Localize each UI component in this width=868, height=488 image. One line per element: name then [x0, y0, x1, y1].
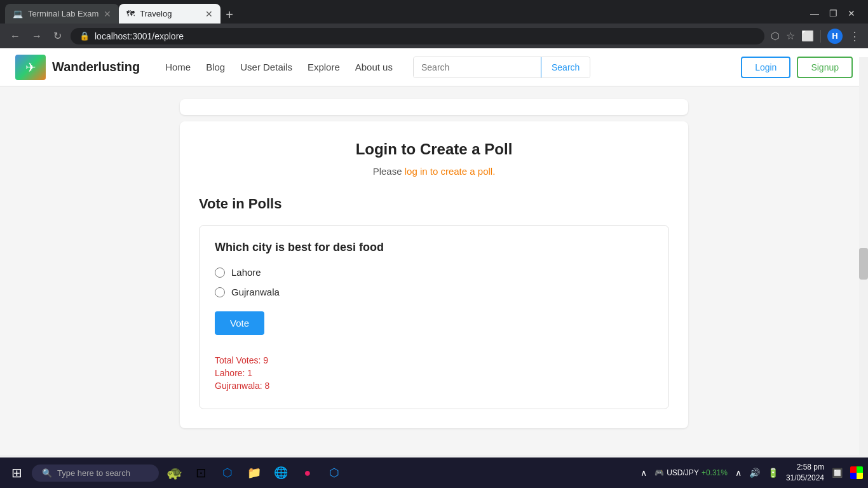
- poll-section: Login to Create a Poll Please log in to …: [180, 121, 688, 428]
- webpage-content: Wanderlusting Home Blog User Details Exp…: [0, 48, 868, 455]
- tab-travelog[interactable]: 🗺 Travelog ✕: [119, 4, 220, 24]
- scrollbar-track[interactable]: [859, 57, 868, 455]
- forward-button[interactable]: →: [29, 28, 44, 44]
- login-to-poll: Login to Create a Poll Please log in to …: [199, 140, 669, 177]
- search-container: Search: [413, 57, 590, 78]
- nav-auth: Login Signup: [741, 57, 853, 78]
- brand-name: Wanderlusting: [52, 60, 140, 74]
- cast-button[interactable]: ⬡: [771, 30, 780, 42]
- extensions-button[interactable]: ⬜: [801, 30, 814, 42]
- minimize-button[interactable]: —: [810, 8, 819, 18]
- login-poll-title: Login to Create a Poll: [199, 140, 669, 158]
- nav-links: Home Blog User Details Explore About us …: [165, 57, 728, 78]
- navbar: Wanderlusting Home Blog User Details Exp…: [0, 48, 868, 86]
- profile-avatar[interactable]: H: [827, 29, 843, 44]
- search-input[interactable]: [414, 57, 541, 78]
- close-button[interactable]: ✕: [848, 8, 855, 18]
- signup-button[interactable]: Signup: [797, 57, 853, 78]
- tab-close-travelog[interactable]: ✕: [205, 10, 213, 18]
- back-button[interactable]: ←: [8, 28, 23, 44]
- poll-option-gujranwala: Gujranwala: [215, 287, 653, 297]
- nav-user-details[interactable]: User Details: [240, 62, 292, 72]
- poll-question: Which city is best for desi food: [215, 241, 653, 254]
- poll-option-label-lahore[interactable]: Lahore: [231, 267, 261, 278]
- tab-favicon-terminal: 💻: [13, 9, 23, 18]
- nav-home[interactable]: Home: [165, 62, 191, 72]
- lock-icon: 🔒: [79, 31, 90, 41]
- poll-option-label-gujranwala[interactable]: Gujranwala: [231, 287, 280, 297]
- poll-stats: Total Votes: 9 Lahore: 1 Gujranwala: 8: [215, 355, 653, 391]
- search-button[interactable]: Search: [541, 57, 590, 78]
- poll-option-lahore: Lahore: [215, 267, 653, 278]
- vote-button[interactable]: Vote: [215, 311, 264, 335]
- poll-card: Which city is best for desi food Lahore …: [199, 225, 669, 409]
- tab-close-terminal[interactable]: ✕: [104, 10, 111, 18]
- maximize-button[interactable]: ❐: [829, 8, 837, 18]
- nav-explore[interactable]: Explore: [308, 62, 340, 72]
- address-text: localhost:3001/explore: [95, 31, 184, 41]
- poll-stat-lahore: Lahore: 1: [215, 368, 653, 378]
- main-content: Login to Create a Poll Please log in to …: [0, 86, 868, 455]
- tab-title-terminal: Terminal Lab Exam: [28, 9, 98, 18]
- nav-about-us[interactable]: About us: [355, 62, 393, 72]
- brand-logo: [15, 55, 46, 80]
- scrollbar-thumb[interactable]: [859, 248, 868, 280]
- address-bar: ← → ↻ 🔒 localhost:3001/explore ⬡ ☆ ⬜ H ⋮: [0, 24, 868, 48]
- browser-chrome: 💻 Terminal Lab Exam ✕ 🗺 Travelog ✕ + — ❐…: [0, 0, 868, 48]
- tab-terminal[interactable]: 💻 Terminal Lab Exam ✕: [5, 4, 119, 24]
- new-tab-button[interactable]: +: [220, 6, 238, 24]
- top-card-remnant: [180, 99, 688, 115]
- bookmark-button[interactable]: ☆: [786, 30, 795, 42]
- address-field[interactable]: 🔒 localhost:3001/explore: [71, 28, 764, 44]
- poll-radio-lahore[interactable]: [215, 268, 225, 278]
- brand: Wanderlusting: [15, 55, 140, 80]
- browser-menu-button[interactable]: ⋮: [849, 29, 860, 43]
- login-poll-message: Please log in to create a poll.: [199, 166, 669, 177]
- poll-stat-total: Total Votes: 9: [215, 355, 653, 365]
- address-bar-actions: ⬡ ☆ ⬜ H ⋮: [771, 29, 860, 44]
- poll-stat-gujranwala: Gujranwala: 8: [215, 381, 653, 391]
- tab-favicon-travelog: 🗺: [126, 9, 135, 18]
- poll-radio-gujranwala[interactable]: [215, 287, 225, 297]
- login-link[interactable]: log in to create a poll.: [405, 166, 496, 177]
- reload-button[interactable]: ↻: [51, 27, 64, 44]
- nav-blog[interactable]: Blog: [206, 62, 225, 72]
- tab-title-travelog: Travelog: [140, 9, 200, 18]
- login-button[interactable]: Login: [741, 57, 790, 78]
- vote-in-polls-title: Vote in Polls: [199, 196, 669, 212]
